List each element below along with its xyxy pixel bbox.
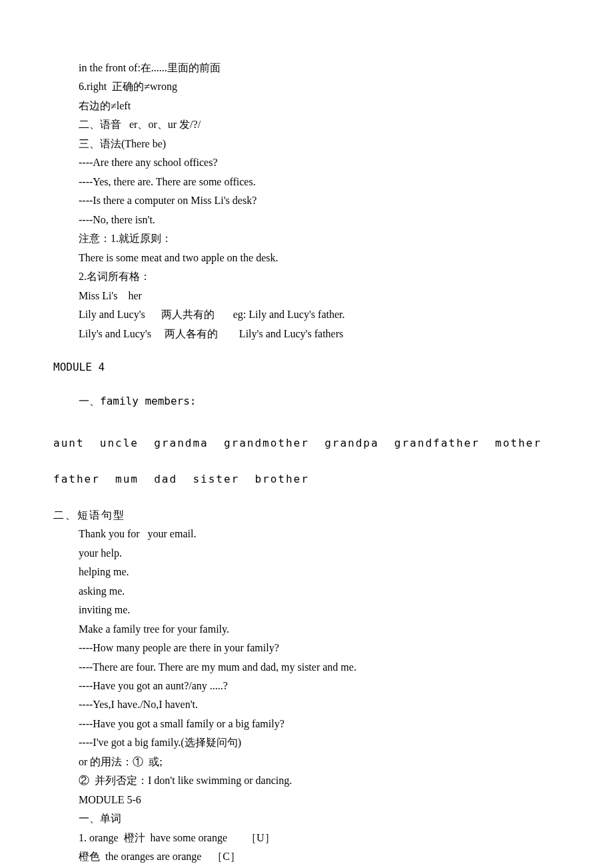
text-line: ----Yes, there are. There are some offic… — [53, 173, 560, 191]
family-members-list: aunt uncle grandma grandmother grandpa g… — [53, 425, 560, 498]
text-line: ----Are there any school offices? — [53, 153, 560, 172]
text-line: ----Is there a computer on Miss Li's des… — [53, 191, 560, 210]
text-line: ----How many people are there in your fa… — [53, 639, 560, 657]
text-line: ----Have you got a small family or a big… — [53, 715, 560, 733]
text-line: 1. orange 橙汁 have some orange ［U］ — [53, 829, 560, 847]
text-line: ----No, there isn't. — [53, 211, 560, 229]
text-line: Lily and Lucy's 两人共有的 eg: Lily and Lucy'… — [53, 305, 560, 324]
text-line: or 的用法：① 或; — [53, 753, 560, 771]
text-line: ----I've got a big family.(选择疑问句) — [53, 733, 560, 752]
text-line: inviting me. — [53, 601, 560, 619]
text-line: asking me. — [53, 582, 560, 601]
text-line: There is some meat and two apple on the … — [53, 249, 560, 267]
text-line: 2.名词所有格： — [53, 267, 560, 286]
text-line: ----Have you got an aunt?/any .....? — [53, 677, 560, 695]
text-line: Thank you for your email. — [53, 525, 560, 543]
text-line: in the front of:在......里面的前面 — [53, 59, 560, 77]
text-line: ----Yes,I have./No,I haven't. — [53, 695, 560, 714]
text-line: 三、语法(There be) — [53, 135, 560, 153]
text-line: 6.right 正确的≠wrong — [53, 77, 560, 96]
text-line: 一、单词 — [53, 809, 560, 828]
section-heading-2: 二、短语句型 — [53, 506, 560, 525]
text-line: 注意：1.就近原则： — [53, 229, 560, 248]
text-line: Lily's and Lucy's 两人各有的 Lily's and Lucy'… — [53, 325, 560, 343]
document-page: in the front of:在......里面的前面 6.right 正确的… — [0, 0, 613, 868]
text-line: ----There are four. There are my mum and… — [53, 658, 560, 677]
text-line: Make a family tree for your family. — [53, 620, 560, 639]
section-sub-heading: 一、family members: — [53, 392, 560, 411]
text-line: ② 并列否定：I don't like swimming or dancing. — [53, 771, 560, 790]
module-heading: MODULE 4 — [53, 358, 560, 377]
text-line: 二、语音 er、or、ur 发/?/ — [53, 115, 560, 134]
text-line: 右边的≠left — [53, 97, 560, 115]
text-line: MODULE 5-6 — [53, 791, 560, 809]
text-line: 橙色 the oranges are orange ［C］ — [53, 847, 560, 866]
text-line: helping me. — [53, 563, 560, 581]
text-line: Miss Li's her — [53, 287, 560, 305]
text-line: your help. — [53, 544, 560, 563]
